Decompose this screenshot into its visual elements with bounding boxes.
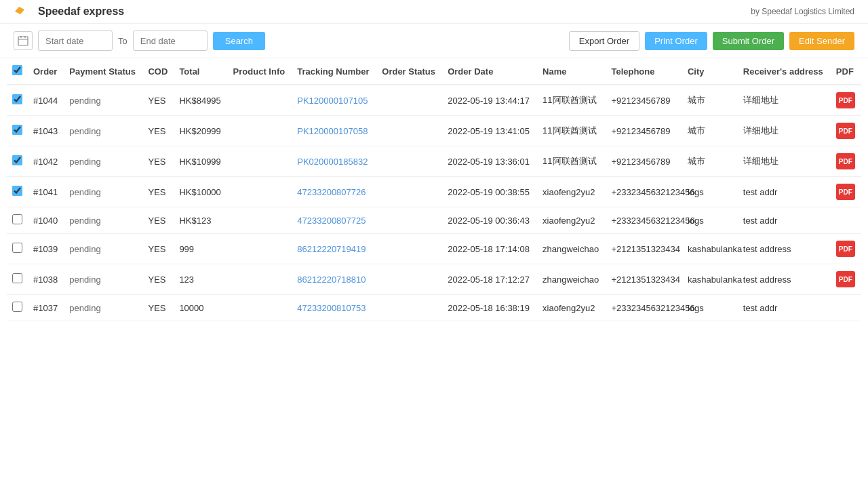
header-sub-text: by Speedaf Logistics Limited [751,7,854,16]
cell-pdf[interactable]: PDF [831,264,861,295]
cell-tracking-number[interactable]: PK120000107058 [292,116,376,146]
cell-city: logs [682,295,738,321]
row-checkbox-cell[interactable] [7,116,28,146]
cell-tracking-number[interactable]: 86212220718810 [292,264,376,295]
row-checkbox[interactable] [12,214,22,224]
tracking-link[interactable]: 86212220719419 [297,244,366,254]
cell-order: #1042 [28,146,64,177]
cell-pdf[interactable] [831,207,861,234]
cell-address: 详细地址 [738,116,831,146]
cell-order-date: 2022-05-19 00:38:55 [442,177,537,207]
tracking-link[interactable]: 47233200807726 [297,187,366,197]
tracking-link[interactable]: PK020000185832 [297,157,368,167]
cell-order-status [376,85,442,116]
row-checkbox-cell[interactable] [7,234,28,264]
header: Speedaf express by Speedaf Logistics Lim… [0,0,868,24]
search-button[interactable]: Search [213,32,265,50]
end-date-input[interactable] [133,30,208,51]
cell-product-info [228,116,292,146]
cell-order: #1038 [28,264,64,295]
cell-total: HK$84995 [174,85,227,116]
cell-pdf[interactable]: PDF [831,234,861,264]
cell-product-info [228,207,292,234]
cell-order-date: 2022-05-18 17:14:08 [442,234,537,264]
pdf-button[interactable]: PDF [836,184,855,200]
cell-name: xiaofeng2yu2 [537,207,606,234]
row-checkbox-cell[interactable] [7,177,28,207]
cell-order: #1044 [28,85,64,116]
cell-name: 11阿联酋测试 [537,116,606,146]
row-checkbox[interactable] [12,273,22,283]
row-checkbox[interactable] [12,302,22,312]
cell-payment-status: pending [64,295,142,321]
cell-tracking-number[interactable]: PK020000185832 [292,146,376,177]
cell-telephone: +2332345632123456 [606,207,682,234]
start-date-input[interactable] [38,30,113,51]
toolbar-left: To Search [14,30,265,51]
cell-cod: YES [142,85,174,116]
tracking-link[interactable]: PK120000107058 [297,126,368,136]
cell-address: test addr [738,207,831,234]
edit-sender-button[interactable]: Edit Sender [789,32,854,50]
col-product-info: Product Info [228,58,292,85]
row-checkbox[interactable] [12,243,22,253]
cell-name: 11阿联酋测试 [537,146,606,177]
cell-tracking-number[interactable]: PK120000107105 [292,85,376,116]
print-order-button[interactable]: Print Order [645,32,707,50]
cell-total: 10000 [174,295,227,321]
orders-table-container: Order Payment Status COD Total Product I… [0,58,868,321]
cell-tracking-number[interactable]: 47233200810753 [292,295,376,321]
tracking-link[interactable]: 47233200810753 [297,303,366,313]
pdf-button[interactable]: PDF [836,92,855,108]
cell-address: test address [738,234,831,264]
pdf-button[interactable]: PDF [836,241,855,257]
cell-tracking-number[interactable]: 47233200807726 [292,177,376,207]
export-order-button[interactable]: Export Order [569,31,639,51]
row-checkbox[interactable] [12,186,22,196]
cell-total: 999 [174,234,227,264]
cell-tracking-number[interactable]: 86212220719419 [292,234,376,264]
cell-pdf[interactable]: PDF [831,85,861,116]
select-all-cell[interactable] [7,58,28,85]
row-checkbox-cell[interactable] [7,207,28,234]
pdf-button[interactable]: PDF [836,271,855,287]
cell-telephone: +92123456789 [606,85,682,116]
cell-order-date: 2022-05-18 17:12:27 [442,264,537,295]
cell-order-status [376,177,442,207]
col-name: Name [537,58,606,85]
cell-name: xiaofeng2yu2 [537,177,606,207]
select-all-checkbox[interactable] [12,65,22,75]
cell-order: #1037 [28,295,64,321]
tracking-link[interactable]: PK120000107105 [297,96,368,106]
col-telephone: Telephone [606,58,682,85]
pdf-button[interactable]: PDF [836,123,855,139]
col-cod: COD [142,58,174,85]
row-checkbox-cell[interactable] [7,85,28,116]
tracking-link[interactable]: 47233200807725 [297,216,366,226]
cell-city: kashabulanka [682,264,738,295]
tracking-link[interactable]: 86212220718810 [297,274,366,285]
pdf-button[interactable]: PDF [836,153,855,169]
table-row: #1042pendingYESHK$10999PK020000185832202… [7,146,861,177]
row-checkbox[interactable] [12,155,22,165]
cell-order-date: 2022-05-19 13:41:05 [442,116,537,146]
row-checkbox-cell[interactable] [7,264,28,295]
cell-payment-status: pending [64,207,142,234]
cell-pdf[interactable]: PDF [831,177,861,207]
row-checkbox-cell[interactable] [7,295,28,321]
row-checkbox[interactable] [12,94,22,104]
submit-order-button[interactable]: Submit Order [713,32,784,50]
row-checkbox-cell[interactable] [7,146,28,177]
cell-pdf[interactable] [831,295,861,321]
table-row: #1037pendingYES10000472332008107532022-0… [7,295,861,321]
cell-cod: YES [142,177,174,207]
cell-tracking-number[interactable]: 47233200807725 [292,207,376,234]
cell-payment-status: pending [64,177,142,207]
orders-table: Order Payment Status COD Total Product I… [7,58,861,321]
logo-icon [14,5,33,18]
cell-pdf[interactable]: PDF [831,146,861,177]
row-checkbox[interactable] [12,125,22,135]
cell-telephone: +92123456789 [606,146,682,177]
cell-pdf[interactable]: PDF [831,116,861,146]
calendar-icon[interactable] [14,31,33,50]
